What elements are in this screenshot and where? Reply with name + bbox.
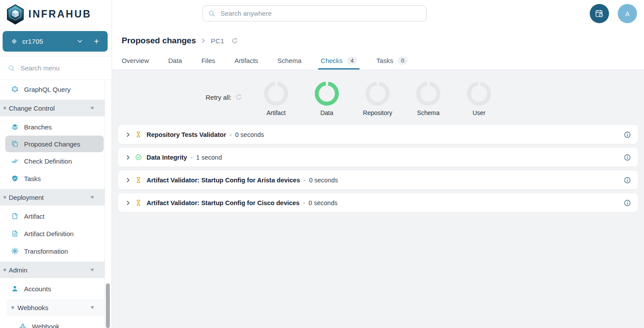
sidebar-item[interactable]: Webhook xyxy=(0,318,105,328)
sidebar-item-label: Admin xyxy=(9,266,28,274)
sidebar-item-label: Branches xyxy=(24,123,52,131)
copy-icon xyxy=(11,140,18,147)
add-branch-button[interactable] xyxy=(93,38,100,45)
tab-label: Checks xyxy=(321,57,343,64)
sidebar-item-label: Webhook xyxy=(32,323,60,328)
sidebar-item[interactable]: Transformation xyxy=(0,242,105,260)
validator-ring[interactable]: User xyxy=(454,81,504,116)
refresh-icon[interactable] xyxy=(231,38,238,44)
sidebar-item[interactable]: Check Definition xyxy=(0,152,105,170)
sidebar-item[interactable]: Change Control xyxy=(0,100,105,116)
tab-label: Files xyxy=(201,57,215,64)
sidebar-item[interactable]: GraphQL Query xyxy=(0,80,105,98)
branch-selector[interactable]: cr1705 xyxy=(3,31,108,52)
validator-ring[interactable]: Data xyxy=(301,81,352,116)
check-duration: 1 second xyxy=(196,154,222,161)
check-circle-icon xyxy=(135,154,142,161)
tab[interactable]: Files xyxy=(201,52,215,70)
check-row[interactable]: Repository Tests Validator - 0 seconds xyxy=(118,125,638,144)
expand-chevron-icon[interactable] xyxy=(125,154,131,161)
sidebar-item[interactable]: Tasks xyxy=(0,170,105,187)
time-travel-button[interactable] xyxy=(590,4,609,23)
gear-icon xyxy=(11,248,18,255)
current-branch-label: cr1705 xyxy=(22,38,43,45)
search-icon xyxy=(8,65,15,72)
tab-label: Schema xyxy=(277,57,301,64)
validator-ring[interactable]: Schema xyxy=(403,81,454,116)
ring-label: User xyxy=(472,109,486,116)
progress-ring-icon xyxy=(365,81,390,106)
tab-label: Overview xyxy=(122,57,149,64)
check-duration: 0 seconds xyxy=(309,177,338,184)
sidebar-item-label: GraphQL Query xyxy=(24,86,70,93)
sidebar-item[interactable]: Deployment xyxy=(0,189,105,206)
webhook-icon xyxy=(19,323,26,328)
avatar[interactable]: A xyxy=(618,4,637,23)
sidebar-item-label: Change Control xyxy=(9,105,55,112)
tab[interactable]: Artifacts xyxy=(234,52,258,70)
tab[interactable]: Tasks 0 xyxy=(376,52,408,70)
checks-panel: Retry all: Artifact Data xyxy=(112,70,644,328)
progress-ring-icon xyxy=(315,81,339,106)
tab[interactable]: Schema xyxy=(277,52,301,70)
breadcrumb: Proposed changes PC1 xyxy=(112,27,644,45)
shield-check-icon xyxy=(11,175,18,182)
hourglass-icon xyxy=(135,177,142,183)
ring-label: Artifact xyxy=(266,109,286,116)
progress-ring-icon xyxy=(467,81,491,106)
sidebar-item-label: Check Definition xyxy=(24,157,72,165)
check-separator: - xyxy=(230,131,232,138)
check-duration: 0 seconds xyxy=(308,199,337,206)
sidebar: INFRAHUB cr1705 GraphQL Query Change Con… xyxy=(0,0,112,328)
global-search xyxy=(203,5,427,21)
sidebar-item[interactable]: Branches xyxy=(0,118,105,136)
sidebar-item[interactable]: Artifact xyxy=(0,207,105,225)
sidebar-item-label: Transformation xyxy=(24,248,68,255)
sidebar-item[interactable]: Webhooks xyxy=(6,299,105,316)
tab[interactable]: Overview xyxy=(122,52,149,70)
chevron-right-icon xyxy=(200,38,206,44)
double-check-icon xyxy=(11,157,18,164)
layers-icon xyxy=(11,123,18,130)
hourglass-icon xyxy=(135,199,142,206)
page-title: Proposed changes xyxy=(122,36,196,45)
global-search-input[interactable] xyxy=(220,9,426,17)
info-icon[interactable] xyxy=(624,199,631,206)
retry-all-icon[interactable] xyxy=(235,94,242,101)
sidebar-scrollbar-thumb[interactable] xyxy=(106,283,110,328)
sidebar-item-label: Proposed Changes xyxy=(24,140,80,148)
brand-logo: INFRAHUB xyxy=(0,0,112,24)
tab-badge: 0 xyxy=(398,56,408,65)
info-icon[interactable] xyxy=(624,177,631,184)
expand-chevron-icon[interactable] xyxy=(125,177,131,183)
page-header: Proposed changes PC1 Overview Data Files… xyxy=(112,27,644,70)
check-title: Artifact Validator: Startup Config for A… xyxy=(147,177,300,184)
sidebar-item[interactable]: Admin xyxy=(0,262,105,278)
validator-rings: Artifact Data Repository Schema xyxy=(251,81,504,116)
sidebar-item-label: Webhooks xyxy=(18,304,49,311)
info-icon[interactable] xyxy=(624,154,631,161)
check-separator: - xyxy=(191,154,193,161)
topbar: A xyxy=(112,0,644,27)
check-row[interactable]: Data Integrity - 1 second xyxy=(118,148,638,167)
branch-expand-button[interactable] xyxy=(77,38,83,45)
info-icon[interactable] xyxy=(624,131,631,138)
validator-ring[interactable]: Artifact xyxy=(251,81,301,116)
check-row[interactable]: Artifact Validator: Startup Config for A… xyxy=(118,171,638,189)
tab[interactable]: Checks 4 xyxy=(321,52,357,70)
tab-badge: 4 xyxy=(347,56,357,65)
expand-chevron-icon[interactable] xyxy=(125,200,131,206)
graphql-icon xyxy=(11,86,18,93)
menu-search-input[interactable] xyxy=(20,64,98,72)
sidebar-item[interactable]: Accounts xyxy=(0,280,105,297)
tab[interactable]: Data xyxy=(168,52,182,70)
sidebar-menu: GraphQL Query Change Control Branches Pr… xyxy=(0,80,105,328)
check-row[interactable]: Artifact Validator: Startup Config for C… xyxy=(118,193,638,212)
sidebar-item[interactable]: Artifact Definition xyxy=(0,225,105,242)
expand-chevron-icon[interactable] xyxy=(125,132,131,138)
ring-label: Data xyxy=(320,109,333,116)
sidebar-item-label: Tasks xyxy=(24,175,41,182)
check-duration: 0 seconds xyxy=(235,131,264,138)
sidebar-item[interactable]: Proposed Changes xyxy=(5,136,104,152)
validator-ring[interactable]: Repository xyxy=(352,81,403,116)
